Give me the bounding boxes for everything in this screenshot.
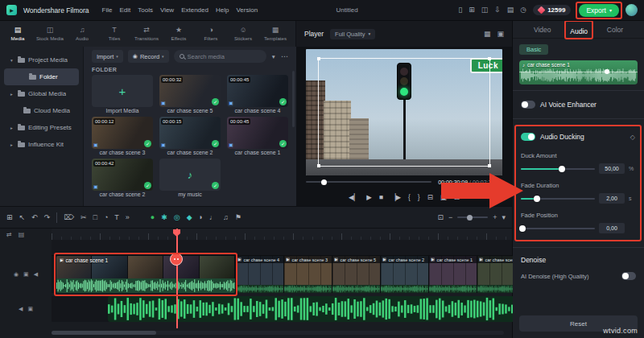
media-tab[interactable]: ▤ Media bbox=[2, 27, 34, 41]
collapse-icon[interactable]: ▾ bbox=[502, 214, 506, 221]
media-item[interactable]: ▣ + ♪ ✓ Import Media bbox=[92, 75, 153, 115]
sidebar-item[interactable]: ▸ Editing Presets bbox=[4, 119, 79, 136]
mark-out-icon[interactable]: } bbox=[418, 194, 420, 201]
media-tab[interactable]: ◫ Stock Media bbox=[34, 27, 66, 41]
tab-color[interactable]: Color bbox=[607, 26, 623, 34]
chevron-icon[interactable]: ▾ bbox=[9, 58, 14, 63]
zoom-slider-handle[interactable] bbox=[467, 215, 473, 221]
menu-item[interactable]: View bbox=[160, 6, 174, 14]
more-tools-icon[interactable]: » bbox=[126, 214, 130, 221]
phone-mirror-icon[interactable]: ▯ bbox=[458, 6, 462, 14]
menu-item[interactable]: Version bbox=[236, 6, 258, 14]
tab-video[interactable]: Video bbox=[534, 26, 551, 34]
zoom-in-icon[interactable]: + bbox=[493, 214, 497, 221]
sidebar-item[interactable]: ▸ Global Media bbox=[4, 85, 79, 102]
previous-frame-icon[interactable]: ◀▏ bbox=[349, 194, 359, 201]
workspace-layout-icon[interactable]: ⊞ bbox=[6, 214, 13, 221]
ai-denoise-toggle[interactable] bbox=[621, 272, 636, 280]
search-box[interactable] bbox=[174, 50, 266, 63]
mark-in-icon[interactable]: { bbox=[408, 194, 411, 201]
track-manager-icon[interactable]: ▤ bbox=[19, 231, 25, 238]
audio-clip-card[interactable]: ♪ car chase scene 1 bbox=[519, 60, 638, 84]
mask-icon[interactable]: ◗ bbox=[199, 214, 203, 221]
parameter-slider[interactable] bbox=[521, 198, 595, 200]
redo-icon[interactable]: ↷ bbox=[44, 214, 51, 221]
quality-dropdown[interactable]: Full Quality ▾ bbox=[330, 29, 375, 39]
basic-subtab[interactable]: Basic bbox=[519, 44, 548, 55]
track-visibility-icon[interactable]: ◉ bbox=[14, 271, 19, 278]
export-button[interactable]: Export ▾ bbox=[579, 4, 619, 17]
seek-handle[interactable] bbox=[321, 179, 327, 185]
chevron-icon[interactable]: ▸ bbox=[9, 142, 14, 147]
split-screen-icon[interactable]: ⊟ bbox=[427, 194, 433, 201]
audio-lock-icon[interactable]: ▣ bbox=[27, 306, 33, 312]
sidebar-item[interactable]: ▾ Project Media bbox=[4, 52, 79, 68]
import-button[interactable]: Import ▾ bbox=[92, 50, 123, 63]
timeline-clip[interactable]: ▶ car chase scene 2 bbox=[380, 256, 428, 293]
volume-envelope-line[interactable] bbox=[519, 72, 638, 72]
timeline-zoom-slider[interactable] bbox=[457, 216, 488, 218]
music-clip[interactable] bbox=[108, 296, 549, 322]
media-item[interactable]: 00:00:15 ▣ + ♪ ✓ car chase scene 2 bbox=[159, 117, 221, 157]
media-tab[interactable]: ♫ Audio bbox=[66, 27, 98, 41]
timeline-clip[interactable]: ▶ car chase scene 1 bbox=[428, 256, 477, 293]
media-item[interactable]: 00:00:45 ▣ + ♪ ✓ car chase scene 1 bbox=[227, 117, 288, 157]
search-input[interactable] bbox=[188, 53, 261, 60]
timeline-clip[interactable]: ▶ car chase scene 4 bbox=[235, 256, 283, 293]
tab-audio[interactable]: Audio bbox=[570, 27, 588, 35]
pointer-icon[interactable]: ↖ bbox=[19, 214, 26, 221]
stop-icon[interactable]: ■ bbox=[379, 194, 383, 201]
menu-item[interactable]: File bbox=[102, 6, 113, 14]
zoom-fit-icon[interactable]: ⊡ bbox=[437, 214, 444, 221]
media-tab[interactable]: ★ Effects bbox=[163, 27, 195, 41]
resources-icon[interactable]: ▤ bbox=[507, 6, 514, 14]
credits-badge[interactable]: 12599 bbox=[533, 5, 571, 15]
menu-item[interactable]: Help bbox=[216, 6, 229, 14]
media-item[interactable]: 00:00:42 ▣ + ♪ ✓ car chase scene 2 bbox=[92, 159, 153, 199]
notification-icon[interactable]: ◷ bbox=[520, 6, 526, 14]
delete-icon[interactable]: ⌦ bbox=[64, 214, 74, 221]
apps-icon[interactable]: ⊞ bbox=[469, 6, 475, 14]
audio-ducking-toggle[interactable] bbox=[521, 133, 535, 141]
filter-icon[interactable]: ▼ bbox=[271, 54, 276, 60]
track-lock-icon[interactable]: ▣ bbox=[23, 271, 29, 278]
screen-recorder-icon[interactable]: ◫ bbox=[481, 6, 489, 14]
undo-icon[interactable]: ↶ bbox=[31, 214, 38, 221]
media-tab[interactable]: ◑ Filters bbox=[195, 27, 227, 41]
menu-item[interactable]: Extended bbox=[181, 6, 208, 14]
divider[interactable] bbox=[56, 212, 57, 223]
media-tab[interactable]: ▦ Templates bbox=[259, 27, 291, 41]
volume-envelope-handle[interactable] bbox=[605, 69, 609, 74]
media-tab[interactable]: ☺ Stickers bbox=[227, 27, 259, 41]
chevron-icon[interactable]: ▸ bbox=[9, 126, 14, 130]
menu-item[interactable]: Edit bbox=[119, 6, 130, 14]
grid-view-icon[interactable]: ▦ bbox=[484, 30, 491, 38]
audio-mute-icon[interactable]: ◀ bbox=[19, 306, 23, 312]
chroma-key-icon[interactable]: ● bbox=[151, 214, 155, 221]
snapshot-icon[interactable]: ▣ bbox=[440, 194, 447, 201]
slider-handle[interactable] bbox=[519, 225, 526, 232]
slider-handle[interactable] bbox=[534, 196, 540, 202]
split-icon[interactable]: ✂ bbox=[80, 214, 87, 221]
avatar[interactable] bbox=[625, 4, 638, 16]
media-tab[interactable]: T Titles bbox=[98, 27, 130, 41]
parameter-value-input[interactable]: 0,00 bbox=[599, 223, 625, 233]
audio-mixer-icon[interactable]: ♫ bbox=[223, 214, 229, 221]
parameter-value-input[interactable]: 50,00 bbox=[599, 163, 625, 174]
empty-track-lane[interactable] bbox=[52, 240, 512, 256]
menu-item[interactable]: Tools bbox=[138, 6, 153, 14]
video-preview[interactable]: Luck bbox=[306, 49, 502, 175]
record-button[interactable]: ◉ Record ▾ bbox=[128, 50, 169, 63]
more-options-icon[interactable]: ⋯ bbox=[281, 52, 288, 60]
chevron-icon[interactable]: ▸ bbox=[9, 92, 14, 97]
keyframe-icon[interactable]: ◇ bbox=[630, 134, 635, 141]
next-frame-icon[interactable]: ▕▶ bbox=[390, 194, 401, 201]
track-mute-icon[interactable]: ◀ bbox=[34, 271, 38, 278]
motion-track-icon[interactable]: ◎ bbox=[174, 214, 180, 221]
sidebar-item[interactable]: Cloud Media bbox=[4, 102, 79, 119]
timeline-scrollbar[interactable] bbox=[52, 331, 504, 335]
timeline-clip[interactable]: ▶ car chase scene 3 bbox=[283, 256, 332, 293]
freeze-frame-icon[interactable]: ✱ bbox=[161, 214, 167, 221]
marker-icon[interactable]: ⚑ bbox=[235, 214, 242, 221]
parameter-slider[interactable] bbox=[521, 168, 595, 170]
